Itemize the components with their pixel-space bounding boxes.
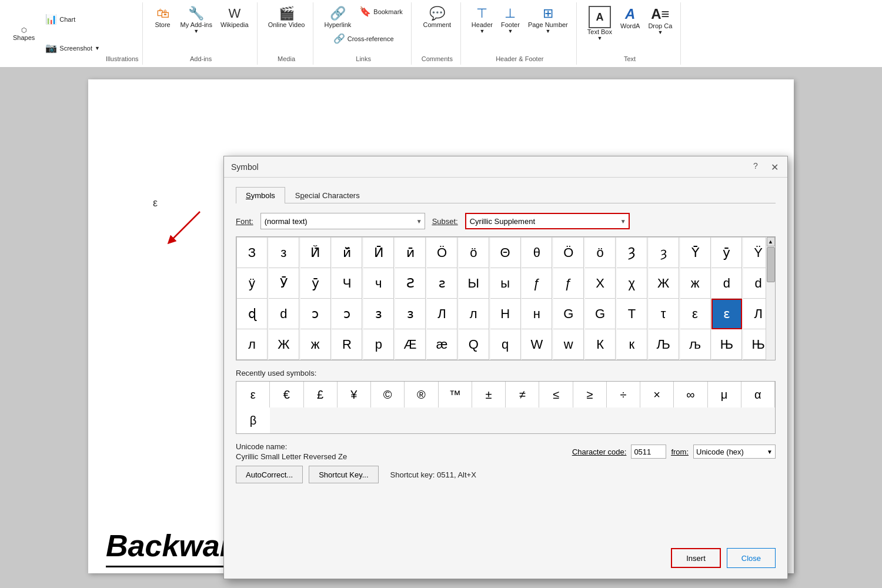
recent-cell[interactable]: α bbox=[741, 382, 775, 407]
recent-cell[interactable]: ÷ bbox=[607, 382, 640, 407]
symbol-cell[interactable]: Q bbox=[459, 329, 489, 360]
symbol-cell[interactable]: ö bbox=[585, 238, 616, 268]
symbol-cell[interactable]: ж bbox=[300, 329, 331, 360]
dialog-close-button[interactable]: ✕ bbox=[767, 160, 781, 174]
symbol-cell[interactable]: ÿ bbox=[237, 268, 268, 299]
recent-cell[interactable]: € bbox=[270, 382, 303, 407]
recent-cell[interactable]: × bbox=[640, 382, 674, 407]
symbol-cell[interactable]: Љ bbox=[649, 329, 679, 360]
symbol-cell[interactable]: Ӯ bbox=[269, 268, 299, 299]
symbol-cell[interactable]: К bbox=[585, 329, 616, 360]
recent-cell[interactable]: ≥ bbox=[573, 382, 607, 407]
symbol-cell[interactable]: Ƨ bbox=[395, 268, 426, 299]
autocorrect-button[interactable]: AutoCorrect... bbox=[236, 466, 303, 483]
screenshot-button[interactable]: 📷 Screenshot ▼ bbox=[43, 41, 102, 55]
symbol-cell[interactable]: З bbox=[237, 238, 268, 268]
tab-symbols[interactable]: Symbols bbox=[236, 187, 285, 203]
symbol-cell[interactable]: Ȳ bbox=[680, 238, 711, 268]
symbol-cell[interactable]: R bbox=[332, 329, 362, 360]
symbol-cell[interactable]: ƒ bbox=[553, 268, 584, 299]
hyperlink-button[interactable]: 🔗 Hyperlink bbox=[322, 5, 353, 29]
wikipedia-button[interactable]: W Wikipedia bbox=[218, 5, 251, 29]
symbol-cell[interactable]: G bbox=[585, 299, 616, 329]
recent-cell[interactable]: ε bbox=[236, 382, 270, 407]
symbol-cell[interactable]: æ bbox=[427, 329, 457, 360]
crossref-button[interactable]: 🔗 Cross-reference bbox=[331, 32, 396, 45]
symbol-cell[interactable]: н bbox=[522, 299, 552, 329]
symbol-cell[interactable]: Ы bbox=[459, 268, 489, 299]
recent-cell[interactable]: ™ bbox=[439, 382, 472, 407]
symbol-cell[interactable]: Ӣ bbox=[363, 238, 394, 268]
symbol-cell[interactable]: р bbox=[363, 329, 394, 360]
symbol-cell[interactable]: ы bbox=[490, 268, 521, 299]
recent-cell[interactable]: ¥ bbox=[338, 382, 371, 407]
symbol-cell[interactable]: љ bbox=[680, 329, 711, 360]
char-code-input[interactable] bbox=[631, 445, 666, 459]
symbol-cell[interactable]: ȳ bbox=[711, 238, 742, 268]
symbol-cell[interactable]: Й̄ bbox=[300, 238, 331, 268]
symbol-cell[interactable]: Ö bbox=[427, 238, 457, 268]
symbol-cell[interactable]: ӣ bbox=[395, 238, 426, 268]
pagenum-button[interactable]: ⊞ Page Number ▼ bbox=[526, 5, 570, 35]
symbol-cell[interactable]: Њ bbox=[711, 329, 742, 360]
symbol-cell[interactable]: Æ bbox=[395, 329, 426, 360]
symbol-cell[interactable]: d bbox=[711, 268, 742, 299]
symbol-cell[interactable]: G bbox=[553, 299, 584, 329]
symbol-cell[interactable]: ö bbox=[459, 238, 489, 268]
symbol-cell[interactable]: d bbox=[269, 299, 299, 329]
recent-cell[interactable]: β bbox=[236, 407, 270, 433]
symbol-cell[interactable]: ɛ bbox=[711, 299, 742, 329]
recent-cell[interactable]: ≠ bbox=[506, 382, 539, 407]
symbol-cell[interactable]: q bbox=[490, 329, 521, 360]
font-select[interactable]: (normal text) ▼ bbox=[260, 213, 425, 229]
symbol-cell[interactable]: ƒ bbox=[522, 268, 552, 299]
shortcut-key-button[interactable]: Shortcut Key... bbox=[309, 466, 378, 483]
symbol-cell[interactable]: Θ bbox=[490, 238, 521, 268]
symbol-cell[interactable]: л bbox=[459, 299, 489, 329]
bookmark-button[interactable]: 🔖 Bookmark bbox=[357, 5, 405, 18]
dialog-help-button[interactable]: ? bbox=[750, 161, 761, 173]
recent-cell[interactable]: ∞ bbox=[674, 382, 707, 407]
wordart-button[interactable]: A WordA bbox=[618, 5, 642, 31]
symbol-cell[interactable]: Л bbox=[427, 299, 457, 329]
symbol-cell[interactable]: ɜ bbox=[363, 299, 394, 329]
chart-button[interactable]: 📊 Chart bbox=[43, 12, 102, 26]
symbol-cell[interactable]: Χ bbox=[585, 268, 616, 299]
subset-select[interactable]: Cyrillic Supplement ▼ bbox=[465, 213, 630, 229]
symbol-cell[interactable]: θ bbox=[522, 238, 552, 268]
online-video-button[interactable]: 🎬 Online Video bbox=[266, 5, 308, 29]
recent-cell[interactable]: ± bbox=[472, 382, 506, 407]
symbol-cell[interactable]: ȝ bbox=[649, 238, 679, 268]
symbol-cell[interactable]: Ö bbox=[553, 238, 584, 268]
symbol-cell[interactable]: Н bbox=[490, 299, 521, 329]
myadd-button[interactable]: 🔧 My Add-ins ▼ bbox=[178, 5, 215, 35]
shapes-button[interactable]: ⬡ Shapes bbox=[8, 5, 39, 62]
symbol-cell[interactable]: Ч bbox=[332, 268, 362, 299]
symbol-cell[interactable]: ж bbox=[680, 268, 711, 299]
recent-cell[interactable]: £ bbox=[304, 382, 338, 407]
symbol-cell[interactable]: й̄ bbox=[332, 238, 362, 268]
store-button[interactable]: 🛍 Store bbox=[151, 5, 175, 29]
symbol-cell[interactable]: ɔ bbox=[300, 299, 331, 329]
recent-cell[interactable]: μ bbox=[708, 382, 741, 407]
symbol-cell[interactable]: к bbox=[617, 329, 647, 360]
symbol-cell[interactable]: Ж bbox=[649, 268, 679, 299]
symbol-cell[interactable]: ч bbox=[363, 268, 394, 299]
recent-cell[interactable]: ® bbox=[405, 382, 438, 407]
symbol-cell[interactable]: з bbox=[269, 238, 299, 268]
symbol-cell[interactable]: χ bbox=[617, 268, 647, 299]
textbox-ribbon-button[interactable]: A Text Box ▼ bbox=[585, 5, 614, 42]
grid-scrollbar[interactable]: ▲ ▼ bbox=[766, 237, 775, 360]
tab-special-characters[interactable]: Special Characters bbox=[285, 187, 370, 203]
symbol-cell[interactable]: ƨ bbox=[427, 268, 457, 299]
symbol-cell[interactable]: Ж bbox=[269, 329, 299, 360]
comment-button[interactable]: 💬 Comment bbox=[420, 5, 453, 29]
symbol-cell[interactable]: ε bbox=[680, 299, 711, 329]
from-select[interactable]: Unicode (hex) ▼ bbox=[693, 445, 776, 459]
scrollbar-thumb[interactable] bbox=[767, 247, 775, 282]
symbol-cell[interactable]: ɜ bbox=[395, 299, 426, 329]
symbol-cell[interactable]: ɔ bbox=[332, 299, 362, 329]
symbol-cell[interactable]: ɖ bbox=[237, 299, 268, 329]
symbol-cell[interactable]: W bbox=[522, 329, 552, 360]
symbol-cell[interactable]: τ bbox=[649, 299, 679, 329]
